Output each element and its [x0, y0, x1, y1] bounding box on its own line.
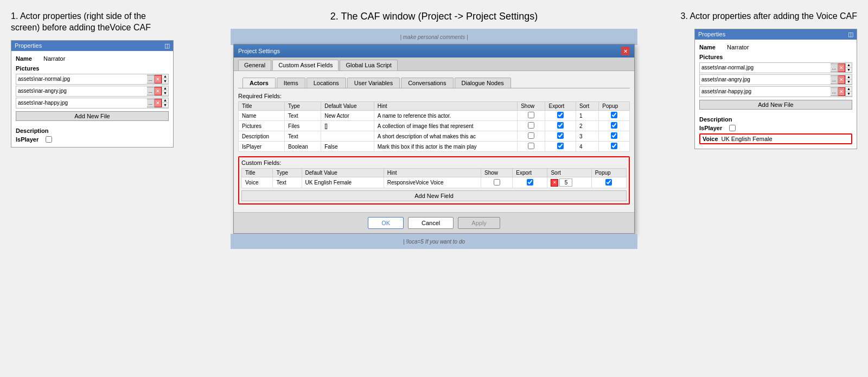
col-default-req: Default Value — [321, 102, 374, 111]
pictures-label-1: Pictures — [16, 65, 169, 72]
spinner-down[interactable]: ▼ — [162, 79, 168, 84]
tab-general[interactable]: General — [238, 60, 271, 71]
file-row: assets\nar-angry.jpg ... ✕ ▲ ▼ — [16, 86, 169, 97]
cell-title: Pictures — [239, 121, 285, 131]
cell-show[interactable] — [518, 142, 545, 152]
sort-input[interactable] — [559, 178, 572, 187]
col-sort-req: Sort — [576, 102, 599, 111]
section-2: 2. The CAF window (Project -> Project Se… — [217, 11, 651, 366]
spinner-up[interactable]: ▲ — [846, 75, 852, 80]
add-new-file-btn-3[interactable]: Add New File — [699, 100, 852, 110]
cell-show[interactable] — [518, 121, 545, 131]
required-fields-label: Required Fields: — [238, 93, 630, 99]
cell-type: Text — [285, 111, 321, 121]
inner-tab-actors[interactable]: Actors — [242, 78, 276, 88]
cell-sort: 4 — [576, 142, 599, 152]
browse-btn[interactable]: ... — [831, 87, 839, 96]
browse-btn[interactable]: ... — [831, 75, 839, 84]
browse-btn[interactable]: ... — [147, 87, 155, 95]
tab-global-lua[interactable]: Global Lua Script — [340, 60, 397, 71]
cell-type: Boolean — [285, 142, 321, 152]
isplayer-checkbox-3[interactable] — [729, 125, 736, 131]
cell-export[interactable] — [545, 142, 576, 152]
cell-sort: 3 — [576, 131, 599, 142]
cell-show[interactable] — [518, 131, 545, 142]
file-row: assets\nar-normal.jpg ... ✕ ▲ ▼ — [16, 74, 169, 85]
cell-type: Text — [273, 177, 302, 188]
table-row: IsPlayer Boolean False Mark this box if … — [239, 142, 630, 152]
spinner-down[interactable]: ▼ — [162, 91, 168, 96]
apply-btn[interactable]: Apply — [458, 217, 500, 229]
remove-btn[interactable]: ✕ — [155, 99, 162, 107]
browse-btn[interactable]: ... — [147, 99, 155, 107]
voice-label-3: Voice — [703, 136, 718, 142]
cell-show[interactable] — [518, 111, 545, 121]
pin-icon-1[interactable]: ◫ — [164, 42, 170, 49]
inner-tab-conversations[interactable]: Conversations — [401, 78, 453, 88]
caf-dialog-wrapper: | make personal comments | Project Setti… — [231, 29, 637, 249]
cell-popup[interactable] — [599, 121, 630, 131]
browse-btn[interactable]: ... — [147, 75, 155, 84]
caf-close-btn[interactable]: ✕ — [621, 47, 630, 55]
file-spinner: ▲ ▼ — [845, 63, 852, 73]
dialog-footer: OK Cancel Apply — [234, 212, 634, 233]
inner-tab-items[interactable]: Items — [277, 78, 305, 88]
pictures-label-3: Pictures — [699, 54, 852, 60]
cell-popup[interactable] — [599, 111, 630, 121]
col-popup-cust: Popup — [591, 169, 626, 177]
name-row-3: Name Narrator — [699, 44, 852, 50]
inner-tab-user-variables[interactable]: User Variables — [347, 78, 400, 88]
spinner-down[interactable]: ▼ — [846, 92, 852, 97]
pin-icon-3[interactable]: ◫ — [848, 31, 853, 38]
tab-custom-asset-fields[interactable]: Custom Asset Fields — [272, 60, 339, 71]
add-new-field-btn[interactable]: Add New Field — [241, 190, 627, 201]
section-3-title: 3. Actor properties after adding the Voi… — [680, 11, 857, 22]
remove-btn[interactable]: ✕ — [838, 87, 845, 96]
cell-export[interactable] — [513, 177, 547, 188]
cell-type: Text — [285, 131, 321, 142]
remove-btn[interactable]: ✕ — [838, 75, 845, 84]
inner-tab-dialogue-nodes[interactable]: Dialogue Nodes — [455, 78, 511, 88]
section-1-title: 1. Actor properties (right side of the s… — [11, 11, 174, 34]
remove-btn[interactable]: ✕ — [838, 63, 845, 72]
name-value-1: Narrator — [43, 55, 65, 62]
ok-btn[interactable]: OK — [368, 217, 404, 229]
cell-hint: ResponsiveVoice Voice — [384, 177, 481, 188]
file-path: assets\nar-angry.jpg — [700, 76, 831, 83]
cell-export[interactable] — [545, 121, 576, 131]
remove-btn[interactable]: ✕ — [155, 87, 162, 95]
required-fields-table: Title Type Default Value Hint Show Expor… — [238, 101, 630, 152]
spinner-up[interactable]: ▲ — [846, 63, 852, 68]
caf-tabs: General Custom Asset Fields Global Lua S… — [234, 57, 634, 71]
spinner-up[interactable]: ▲ — [162, 98, 168, 103]
spinner-up[interactable]: ▲ — [162, 74, 168, 79]
cell-sort: ✕ — [547, 177, 591, 188]
inner-tab-locations[interactable]: Locations — [307, 78, 346, 88]
custom-fields-table: Title Type Default Value Hint Show Expor… — [241, 168, 627, 188]
browse-btn[interactable]: ... — [831, 63, 839, 72]
sort-x-btn[interactable]: ✕ — [551, 179, 558, 187]
description-section-3: Description IsPlayer Voice UK English Fe… — [699, 116, 852, 144]
cell-show[interactable] — [481, 177, 512, 188]
description-label-1: Description — [16, 127, 169, 134]
file-spinner: ▲ ▼ — [162, 74, 168, 84]
cell-popup[interactable] — [599, 131, 630, 142]
col-export-req: Export — [545, 102, 576, 111]
spinner-down[interactable]: ▼ — [162, 103, 168, 108]
description-section-1: Description IsPlayer — [16, 127, 169, 143]
spinner-up[interactable]: ▲ — [846, 87, 852, 92]
spinner-down[interactable]: ▼ — [846, 68, 852, 73]
cell-popup[interactable] — [591, 177, 626, 188]
spinner-up[interactable]: ▲ — [162, 86, 168, 91]
cell-default — [321, 131, 374, 142]
cell-export[interactable] — [545, 131, 576, 142]
spinner-down[interactable]: ▼ — [846, 80, 852, 85]
col-show-req: Show — [518, 102, 545, 111]
cancel-btn[interactable]: Cancel — [408, 217, 454, 229]
cell-export[interactable] — [545, 111, 576, 121]
add-new-file-btn-1[interactable]: Add New File — [16, 111, 169, 121]
isplayer-checkbox-1[interactable] — [46, 136, 52, 143]
remove-btn[interactable]: ✕ — [155, 75, 162, 84]
cell-popup[interactable] — [599, 142, 630, 152]
table-row: Description Text A short description of … — [239, 131, 630, 142]
